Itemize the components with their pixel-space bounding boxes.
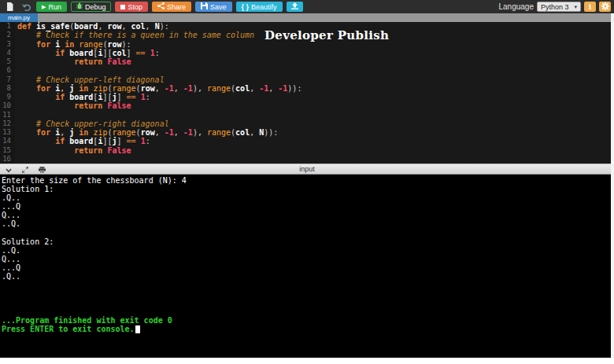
bottom-strip xyxy=(0,358,614,364)
console-text: Q... xyxy=(2,211,20,219)
code-token: board xyxy=(69,137,93,145)
code-token: : xyxy=(146,137,150,145)
code-token xyxy=(17,40,36,49)
code-token: -1 xyxy=(278,84,287,93)
console-text: Enter the size of the chessboard (N): 4 xyxy=(2,176,187,185)
console-line: Enter the size of the chessboard (N): 4 xyxy=(2,176,614,185)
code-editor[interactable]: 1def is_safe(board, row, col, N):2 # Che… xyxy=(0,22,614,164)
code-text: for i, j in zip(range(row, -1, -1), rang… xyxy=(15,128,278,137)
code-token: range xyxy=(113,128,136,137)
code-token: False xyxy=(107,146,131,155)
code-token: , xyxy=(155,84,165,93)
undo-arrow-icon xyxy=(21,0,31,14)
gear-icon xyxy=(601,2,609,12)
code-token: -1 xyxy=(183,84,193,93)
code-token: range xyxy=(113,84,136,93)
language-select-value: Python 3 xyxy=(541,3,569,11)
language-select[interactable]: Python 3 ▾ xyxy=(537,2,581,12)
code-token: is_safe xyxy=(36,22,69,31)
code-token: if xyxy=(55,137,65,145)
code-token: col xyxy=(235,84,250,93)
code-text: # Check upper-left diagonal xyxy=(15,75,165,84)
scrollbar[interactable] xyxy=(611,13,614,358)
console-line xyxy=(2,229,614,237)
code-token: board xyxy=(74,22,98,31)
code-token: return xyxy=(74,101,102,110)
watermark: Developer Publish xyxy=(264,28,389,42)
run-button[interactable]: ▶ Run xyxy=(36,2,67,12)
code-text xyxy=(15,111,17,119)
code-token: def xyxy=(17,22,31,31)
console[interactable]: Enter the size of the chessboard (N): 4S… xyxy=(0,175,614,358)
line-number: 6 xyxy=(0,66,15,75)
file-icon xyxy=(6,0,13,14)
code-text: if board[i][j] == 1: xyxy=(15,93,150,101)
console-line xyxy=(2,307,614,315)
line-number: 10 xyxy=(0,101,15,110)
console-text xyxy=(2,289,6,298)
console-line: ..Q. xyxy=(2,219,614,228)
info-button[interactable]: i xyxy=(584,2,596,12)
upload-button[interactable] xyxy=(287,2,303,12)
code-token: return xyxy=(74,146,102,155)
code-token: row xyxy=(141,128,155,137)
new-file-button[interactable] xyxy=(3,1,16,13)
code-token: col xyxy=(112,49,126,57)
undo-button[interactable] xyxy=(20,1,32,13)
console-header-label: input xyxy=(0,165,614,173)
code-token: , xyxy=(60,84,69,93)
code-token: == xyxy=(127,93,136,101)
code-token: row xyxy=(107,40,121,49)
code-text: if board[i][j] == 1: xyxy=(15,137,150,145)
console-text xyxy=(2,307,6,315)
line-number: 3 xyxy=(0,40,15,49)
code-token: row xyxy=(141,84,155,93)
print-console-button[interactable] xyxy=(39,162,46,176)
code-token: for xyxy=(36,128,50,137)
console-text: Press ENTER to exit console. xyxy=(2,325,135,333)
code-token: , xyxy=(250,128,259,137)
code-text xyxy=(15,155,17,164)
code-token: ][ xyxy=(102,49,112,57)
beautify-button[interactable]: { } Beautify xyxy=(236,2,283,12)
code-text: for i in range(row): xyxy=(15,40,131,49)
chevron-down-icon: ▾ xyxy=(574,4,577,10)
console-text: ...Program finished with exit code 0 xyxy=(2,316,172,325)
debug-button[interactable]: Debug xyxy=(71,2,112,12)
code-token: in xyxy=(79,128,88,137)
code-token: zip xyxy=(93,84,107,93)
console-text: ...Q xyxy=(2,202,20,211)
console-text: .Q.. xyxy=(2,272,20,281)
code-token: ), xyxy=(193,84,207,93)
code-line: 16 xyxy=(0,155,614,164)
code-token: , xyxy=(155,128,165,137)
console-text xyxy=(2,229,6,237)
console-text: Solution 1: xyxy=(2,185,54,193)
code-token: ] xyxy=(127,49,136,57)
code-lines: 1def is_safe(board, row, col, N):2 # Che… xyxy=(0,22,614,164)
code-token: ), xyxy=(193,128,207,137)
save-button[interactable]: Save xyxy=(195,2,232,12)
console-line xyxy=(2,281,614,289)
code-line: 6 xyxy=(0,66,614,75)
info-icon: i xyxy=(589,3,591,11)
code-token: : xyxy=(146,93,150,101)
toolbar-right-group: Language Python 3 ▾ i xyxy=(498,2,611,12)
code-token: board xyxy=(69,49,93,57)
share-button[interactable]: Share xyxy=(152,2,191,12)
line-number: 5 xyxy=(0,57,15,66)
line-number: 13 xyxy=(0,128,15,137)
code-token: ): xyxy=(122,40,131,49)
stop-button[interactable]: Stop xyxy=(115,2,148,12)
expand-console-button[interactable] xyxy=(22,162,28,176)
code-text: if board[i][col] == 1: xyxy=(15,49,160,57)
code-token: col xyxy=(131,22,146,31)
console-line: Solution 2: xyxy=(2,237,614,246)
code-token: , xyxy=(122,22,131,31)
save-button-label: Save xyxy=(210,3,227,11)
code-token: False xyxy=(107,57,131,66)
settings-button[interactable] xyxy=(599,2,611,12)
collapse-console-button[interactable] xyxy=(6,162,12,176)
tab-main-py[interactable]: main.py xyxy=(0,13,38,22)
code-token: -1 xyxy=(259,84,268,93)
